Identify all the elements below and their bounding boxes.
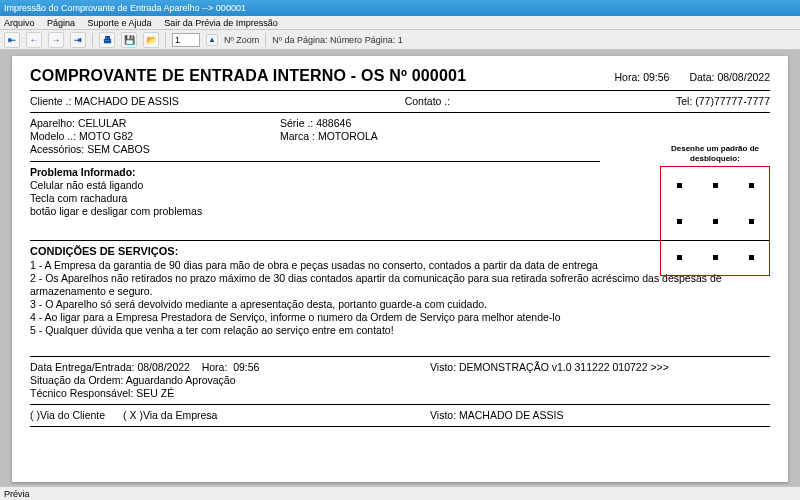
- status-bar: Prévia: [0, 486, 800, 500]
- toolbar: ⇤ ← → ⇥ 🖶 💾 📂 ▴ Nº Zoom Nº da Página: Nú…: [0, 30, 800, 50]
- rule: [30, 240, 770, 241]
- data-label: Data: 08/08/2022: [689, 71, 770, 84]
- window-title: Impressão do Comprovante de Entrada Apar…: [4, 3, 246, 13]
- serie-field: Série .: 488646: [280, 117, 770, 130]
- pattern-dot: [677, 219, 682, 224]
- rule: [30, 161, 600, 162]
- pattern-dot: [749, 219, 754, 224]
- nav-prev-button[interactable]: ←: [26, 32, 42, 48]
- tecnico-field: Técnico Responsável: SEU ZÉ: [30, 387, 770, 400]
- unlock-pattern: Desenhe um padrão de desbloqueio:: [660, 144, 770, 276]
- pattern-dot: [713, 219, 718, 224]
- pattern-dot: [749, 183, 754, 188]
- status-text: Prévia: [4, 489, 30, 499]
- preview-area: COMPROVANTE DE ENTRADA INTERNO - OS Nº 0…: [0, 50, 800, 482]
- condicao-line: 3 - O Aparelho só será devolvido mediant…: [30, 298, 770, 311]
- modelo-field: Modelo ..: MOTO G82: [30, 130, 280, 143]
- rule: [30, 356, 770, 357]
- condicoes-title: CONDIÇÕES DE SERVIÇOS:: [30, 245, 770, 259]
- cliente-field: Cliente .: MACHADO DE ASSIS: [30, 95, 179, 108]
- aparelho-field: Aparelho: CELULAR: [30, 117, 280, 130]
- visto2-field: Visto: MACHADO DE ASSIS: [430, 409, 770, 422]
- open-button[interactable]: 📂: [143, 32, 159, 48]
- rule: [30, 426, 770, 427]
- print-button[interactable]: 🖶: [99, 32, 115, 48]
- unlock-grid: [660, 166, 770, 276]
- pattern-dot: [713, 183, 718, 188]
- separator: [92, 33, 93, 47]
- condicao-line: 5 - Qualquer dúvida que venha a ter com …: [30, 324, 770, 337]
- rule: [30, 90, 770, 91]
- contato-field: Contato .:: [405, 95, 451, 108]
- menu-bar: Arquivo Página Suporte e Ajuda Sair da P…: [0, 16, 800, 30]
- doc-title: COMPROVANTE DE ENTRADA INTERNO - OS Nº 0…: [30, 66, 466, 86]
- via-empresa: ( X )Via da Empresa: [123, 409, 217, 422]
- page-count-label: Nº da Página: Número Página: 1: [272, 35, 402, 45]
- condicao-line: 2 - Os Aparelhos não retirados no prazo …: [30, 272, 770, 298]
- pattern-dot: [677, 255, 682, 260]
- pattern-dot: [677, 183, 682, 188]
- zoom-label: Nº Zoom: [224, 35, 259, 45]
- problema-line: Celular não está ligando: [30, 179, 770, 192]
- via-cliente: ( )Via do Cliente: [30, 409, 105, 422]
- menu-suporte[interactable]: Suporte e Ajuda: [88, 18, 152, 28]
- document-page: COMPROVANTE DE ENTRADA INTERNO - OS Nº 0…: [12, 56, 788, 482]
- acessorios-field: Acessórios: SEM CABOS: [30, 143, 770, 156]
- pattern-dot: [749, 255, 754, 260]
- zoom-stepper[interactable]: ▴: [206, 34, 218, 46]
- problema-line: botão ligar e desligar com problemas: [30, 205, 770, 218]
- zoom-input[interactable]: [172, 33, 200, 47]
- separator: [165, 33, 166, 47]
- window-titlebar: Impressão do Comprovante de Entrada Apar…: [0, 0, 800, 16]
- problema-title: Problema Informado:: [30, 166, 770, 179]
- rule: [30, 404, 770, 405]
- menu-pagina[interactable]: Página: [47, 18, 75, 28]
- entrega-field: Data Entrega/Entrada: 08/08/2022 Hora: 0…: [30, 361, 430, 374]
- save-button[interactable]: 💾: [121, 32, 137, 48]
- rule: [30, 112, 770, 113]
- pattern-dot: [713, 255, 718, 260]
- unlock-label: Desenhe um padrão de desbloqueio:: [660, 144, 770, 164]
- condicao-line: 1 - A Empresa da garantia de 90 dias par…: [30, 259, 770, 272]
- nav-next-button[interactable]: →: [48, 32, 64, 48]
- condicao-line: 4 - Ao ligar para a Empresa Prestadora d…: [30, 311, 770, 324]
- nav-first-button[interactable]: ⇤: [4, 32, 20, 48]
- situacao-field: Situação da Ordem: Aguardando Aprovação: [30, 374, 770, 387]
- visto1-field: Visto: DEMONSTRAÇÃO v1.0 311222 010722 >…: [430, 361, 669, 374]
- tel-field: Tel: (77)77777-7777: [676, 95, 770, 108]
- menu-arquivo[interactable]: Arquivo: [4, 18, 35, 28]
- hora-label: Hora: 09:56: [615, 71, 670, 84]
- separator: [265, 33, 266, 47]
- nav-last-button[interactable]: ⇥: [70, 32, 86, 48]
- problema-line: Tecla com rachadura: [30, 192, 770, 205]
- menu-sair[interactable]: Sair da Prévia de Impressão: [164, 18, 278, 28]
- marca-field: Marca : MOTOROLA: [280, 130, 770, 143]
